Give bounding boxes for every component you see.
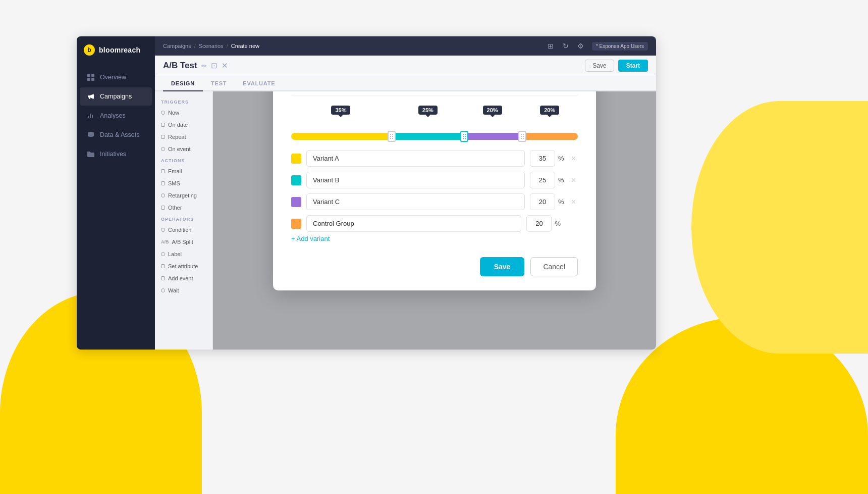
- bar-segment-b: [393, 133, 464, 140]
- bar-handle-b[interactable]: [460, 131, 468, 142]
- percent-symbol-c: %: [558, 198, 564, 206]
- sidebar-label-initiatives: Initiatives: [100, 151, 126, 158]
- sidebar-logo: b bloomreach: [77, 36, 155, 64]
- sidebar-item-initiatives[interactable]: Initiatives: [80, 145, 152, 163]
- variant-name-input-c[interactable]: [306, 193, 525, 210]
- percent-badge-b: 25%: [418, 106, 438, 115]
- add-variant-link[interactable]: + Add variant: [291, 235, 330, 242]
- variant-percent-input-b[interactable]: [530, 172, 555, 188]
- trigger-dot-set-attr: [161, 264, 165, 268]
- start-button[interactable]: Start: [618, 60, 648, 72]
- color-swatch-b: [291, 175, 301, 185]
- bar-handle-a[interactable]: [388, 131, 396, 142]
- sidebar: b bloomreach Overview Campaigns Analyses…: [77, 36, 155, 350]
- breadcrumb: Campaigns / Scenarios / Create new: [163, 43, 259, 49]
- settings-icon[interactable]: ⚙: [576, 41, 586, 51]
- database-icon: [87, 131, 95, 139]
- percent-label-d: 20%: [540, 106, 559, 115]
- variant-name-input-control[interactable]: [306, 215, 521, 232]
- sidebar-item-overview[interactable]: Overview: [80, 68, 152, 86]
- ab-split-modal: A/B Split variants 35%: [273, 91, 596, 290]
- trigger-condition[interactable]: Condition: [155, 224, 212, 236]
- percent-badge-c: 20%: [483, 106, 502, 115]
- tab-evaluate[interactable]: EVALUATE: [235, 76, 283, 91]
- trigger-now[interactable]: Now: [155, 107, 212, 119]
- percent-symbol-b: %: [558, 176, 564, 184]
- trigger-on-event[interactable]: On event: [155, 143, 212, 155]
- remove-variant-a[interactable]: ×: [569, 155, 578, 163]
- modal-save-button[interactable]: Save: [480, 257, 525, 276]
- trigger-add-event[interactable]: Add event: [155, 272, 212, 284]
- trigger-on-date[interactable]: On date: [155, 119, 212, 131]
- sidebar-item-campaigns[interactable]: Campaigns: [80, 87, 152, 106]
- sidebar-label-data-assets: Data & Assets: [100, 131, 140, 138]
- trigger-dot-event: [161, 147, 165, 151]
- percent-badge-a: 35%: [331, 106, 350, 115]
- trigger-dot-other: [161, 206, 165, 210]
- bar-segment-c: [465, 133, 523, 140]
- trigger-other[interactable]: Other: [155, 202, 212, 214]
- scroll-area: TRIGGERS Now On date Repeat On event: [155, 91, 656, 350]
- trigger-wait[interactable]: Wait: [155, 284, 212, 297]
- header-icons: ⊞ ↻ ⚙: [546, 41, 586, 51]
- variant-name-input-a[interactable]: [306, 150, 525, 167]
- tab-test[interactable]: TEST: [203, 76, 235, 91]
- breadcrumb-sep1: /: [194, 43, 196, 49]
- trigger-set-attribute[interactable]: Set attribute: [155, 260, 212, 272]
- chart-icon: [87, 112, 95, 120]
- logo-text: bloomreach: [99, 46, 140, 54]
- close-icon[interactable]: ✕: [222, 61, 228, 70]
- sidebar-label-analyses: Analyses: [100, 112, 126, 119]
- trigger-dot-add-event: [161, 276, 165, 280]
- canvas-area: A/B Split variants 35%: [213, 91, 656, 350]
- breadcrumb-sep2: /: [227, 43, 228, 49]
- progress-bar: [291, 133, 578, 140]
- trigger-retargeting[interactable]: Retargeting: [155, 189, 212, 202]
- tab-design[interactable]: DESIGN: [163, 76, 203, 91]
- save-button[interactable]: Save: [585, 60, 614, 72]
- refresh-icon[interactable]: ↻: [561, 41, 571, 51]
- expand-icon[interactable]: ⊡: [211, 61, 218, 70]
- sidebar-item-data-assets[interactable]: Data & Assets: [80, 126, 152, 144]
- percent-labels-row: 35% 25% 20%: [291, 106, 578, 130]
- percent-label-b: 25%: [418, 106, 438, 115]
- svg-rect-2: [87, 78, 90, 81]
- breadcrumb-campaigns[interactable]: Campaigns: [163, 43, 191, 49]
- variant-row-b: % ×: [291, 172, 578, 188]
- color-swatch-c: [291, 197, 301, 207]
- triggers-label: TRIGGERS: [155, 96, 212, 107]
- modal-cancel-button[interactable]: Cancel: [530, 257, 578, 276]
- variant-row-control: %: [291, 215, 578, 232]
- header-right: ⊞ ↻ ⚙ * Exponea App Users: [546, 41, 648, 51]
- subheader: A/B Test ✏ ⊡ ✕ Save Start: [155, 56, 656, 76]
- edit-title-icon[interactable]: ✏: [201, 62, 207, 70]
- bar-segment-a: [291, 133, 392, 140]
- triggers-sidebar: TRIGGERS Now On date Repeat On event: [155, 91, 213, 350]
- trigger-label[interactable]: Label: [155, 248, 212, 260]
- trigger-dot-wait: [161, 288, 165, 292]
- color-swatch-a: [291, 154, 301, 164]
- variant-name-input-b[interactable]: [306, 172, 525, 188]
- breadcrumb-scenarios[interactable]: Scenarios: [199, 43, 224, 49]
- page-title: A/B Test: [163, 61, 197, 71]
- trigger-dot-retargeting: [161, 193, 165, 197]
- bar-segment-d: [523, 133, 578, 140]
- bar-handle-c[interactable]: [518, 131, 526, 142]
- remove-variant-b[interactable]: ×: [569, 176, 578, 184]
- sidebar-item-analyses[interactable]: Analyses: [80, 107, 152, 125]
- trigger-sms[interactable]: SMS: [155, 177, 212, 189]
- variant-percent-input-control[interactable]: [526, 215, 552, 232]
- app-container: b bloomreach Overview Campaigns Analyses…: [77, 36, 656, 350]
- sidebar-nav: Overview Campaigns Analyses Data & Asset…: [77, 64, 155, 350]
- megaphone-icon: [87, 92, 95, 101]
- remove-variant-c[interactable]: ×: [569, 198, 578, 206]
- trigger-ab-split[interactable]: A/B A/B Split: [155, 236, 212, 248]
- variant-percent-input-a[interactable]: [530, 150, 555, 167]
- trigger-email[interactable]: Email: [155, 165, 212, 177]
- trigger-repeat[interactable]: Repeat: [155, 131, 212, 143]
- grid-view-icon[interactable]: ⊞: [546, 41, 556, 51]
- folder-icon: [87, 150, 95, 158]
- trigger-dot-email: [161, 169, 165, 173]
- variant-percent-input-c[interactable]: [530, 193, 555, 210]
- variant-row-c: % ×: [291, 193, 578, 210]
